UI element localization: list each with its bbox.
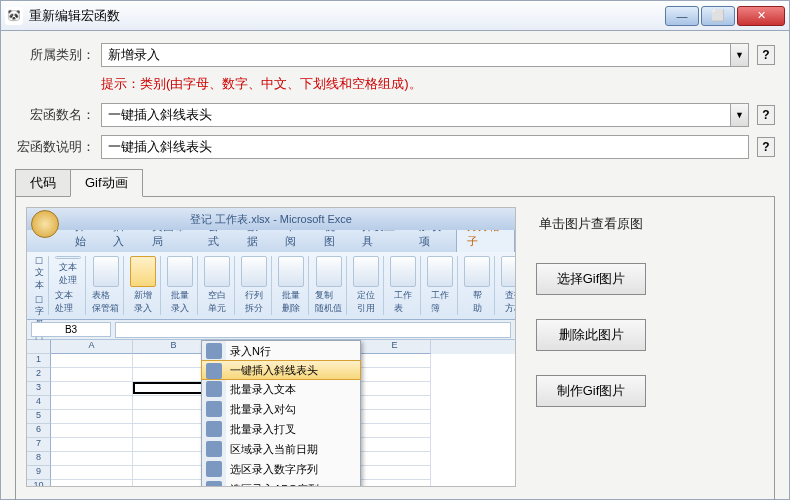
- grid-cols: ABCDE 录入N行一键插入斜线表头批量录入文本批量录入对勾批量录入打叉区域录入…: [51, 340, 515, 486]
- ribbon-group: 新增 录入: [126, 256, 161, 315]
- ribbon-group: 帮 助: [460, 256, 495, 315]
- name-label: 宏函数名：: [15, 106, 95, 124]
- tab-body: 登记 工作表.xlsx - Microsoft Exce 开始插入页面布局公式数…: [15, 197, 775, 500]
- ribbon-button-icon: [93, 256, 119, 287]
- side-panel: 单击图片查看原图 选择Gif图片 删除此图片 制作Gif图片: [536, 207, 646, 496]
- menu-item: 一键插入斜线表头: [201, 360, 361, 380]
- ribbon-group: 工作 簿: [423, 256, 458, 315]
- ribbon-button-icon: [278, 256, 304, 287]
- help-button[interactable]: ?: [757, 45, 775, 65]
- category-label: 所属类别：: [15, 46, 95, 64]
- category-value: 新增录入: [108, 46, 160, 64]
- view-hint: 单击图片查看原图: [536, 215, 646, 233]
- titlebar: 🐼 重新编辑宏函数 — ⬜ ✕: [0, 0, 790, 30]
- app-icon: 🐼: [5, 7, 23, 25]
- context-menu: 录入N行一键插入斜线表头批量录入文本批量录入对勾批量录入打叉区域录入当前日期选区…: [201, 340, 361, 487]
- ribbon-group: 文本 处理文本处理: [51, 256, 86, 315]
- desc-input[interactable]: 一键插入斜线表头: [101, 135, 749, 159]
- category-combo[interactable]: 新增录入 ▼: [101, 43, 749, 67]
- window-title: 重新编辑宏函数: [29, 7, 663, 25]
- row-headers: 1234567891011: [27, 340, 51, 486]
- ribbon-group: 复制 随机值: [311, 256, 347, 315]
- tab-gif[interactable]: Gif动画: [70, 169, 143, 197]
- tab-code[interactable]: 代码: [15, 169, 71, 197]
- excel-grid: 1234567891011 ABCDE 录入N行一键插入斜线表头批量录入文本批量…: [27, 340, 515, 486]
- name-value: 一键插入斜线表头: [108, 106, 212, 124]
- help-button[interactable]: ?: [757, 137, 775, 157]
- ribbon-button-icon: [464, 256, 490, 287]
- gif-preview[interactable]: 登记 工作表.xlsx - Microsoft Exce 开始插入页面布局公式数…: [26, 207, 516, 487]
- menu-item: 批量录入对勾: [202, 399, 360, 419]
- ribbon-button-icon: [390, 256, 416, 287]
- make-gif-button[interactable]: 制作Gif图片: [536, 375, 646, 407]
- ribbon-button-icon: [427, 256, 453, 287]
- ribbon-button-icon: [316, 256, 342, 287]
- ribbon-group: 工作 表: [386, 256, 421, 315]
- hint-text: 提示：类别(由字母、数字、中文、下划线和空格组成)。: [101, 75, 775, 93]
- delete-gif-button[interactable]: 删除此图片: [536, 319, 646, 351]
- ribbon-button-icon: [130, 256, 156, 287]
- help-button[interactable]: ?: [757, 105, 775, 125]
- ribbon-button-icon: [241, 256, 267, 287]
- name-box: B3: [31, 322, 111, 337]
- ribbon-group: 空白 单元: [200, 256, 235, 315]
- content-area: 所属类别： 新增录入 ▼ ? 提示：类别(由字母、数字、中文、下划线和空格组成)…: [0, 30, 790, 500]
- ribbon-button-icon: [167, 256, 193, 287]
- desc-value: 一键插入斜线表头: [108, 138, 212, 156]
- menu-item: 选区录入ABC序列: [202, 479, 360, 487]
- name-combo[interactable]: 一键插入斜线表头 ▼: [101, 103, 749, 127]
- menu-item: 批量录入打叉: [202, 419, 360, 439]
- ribbon: ☐ 文本☐ 字母☐ 数字☐ 中文数字文本 处理文本处理表格 保管箱新增 录入批量…: [27, 252, 515, 320]
- choose-gif-button[interactable]: 选择Gif图片: [536, 263, 646, 295]
- ribbon-button-icon: [501, 256, 516, 287]
- minimize-button[interactable]: —: [665, 6, 699, 26]
- ribbon-group: 表格 保管箱: [88, 256, 124, 315]
- ribbon-button-icon: [353, 256, 379, 287]
- menu-item: 区域录入当前日期: [202, 439, 360, 459]
- menu-item: 选区录入数字序列: [202, 459, 360, 479]
- ribbon-group: 定位 引用: [349, 256, 384, 315]
- ribbon-button-icon: [204, 256, 230, 287]
- menu-item: 批量录入文本: [202, 379, 360, 399]
- office-orb-icon: [31, 210, 59, 238]
- menu-item: 录入N行: [202, 341, 360, 361]
- ribbon-tabs: 开始插入页面布局公式数据审阅视图开发工具加载项方方格子: [27, 230, 515, 252]
- maximize-button[interactable]: ⬜: [701, 6, 735, 26]
- excel-titlebar: 登记 工作表.xlsx - Microsoft Exce: [27, 208, 515, 230]
- desc-label: 宏函数说明：: [15, 138, 95, 156]
- tabs: 代码 Gif动画: [15, 169, 775, 197]
- ribbon-group: ☐ 文本☐ 字母☐ 数字☐ 中文数字: [31, 256, 49, 315]
- ribbon-group: 查找 方格: [497, 256, 516, 315]
- ribbon-group: 批量 删除: [274, 256, 309, 315]
- ribbon-group: 行列 拆分: [237, 256, 272, 315]
- ribbon-group: 批量 录入: [163, 256, 198, 315]
- window-buttons: — ⬜ ✕: [663, 6, 785, 26]
- formula-bar: B3: [27, 320, 515, 340]
- close-button[interactable]: ✕: [737, 6, 785, 26]
- formula-input: [115, 322, 511, 338]
- chevron-down-icon[interactable]: ▼: [730, 44, 748, 66]
- chevron-down-icon[interactable]: ▼: [730, 104, 748, 126]
